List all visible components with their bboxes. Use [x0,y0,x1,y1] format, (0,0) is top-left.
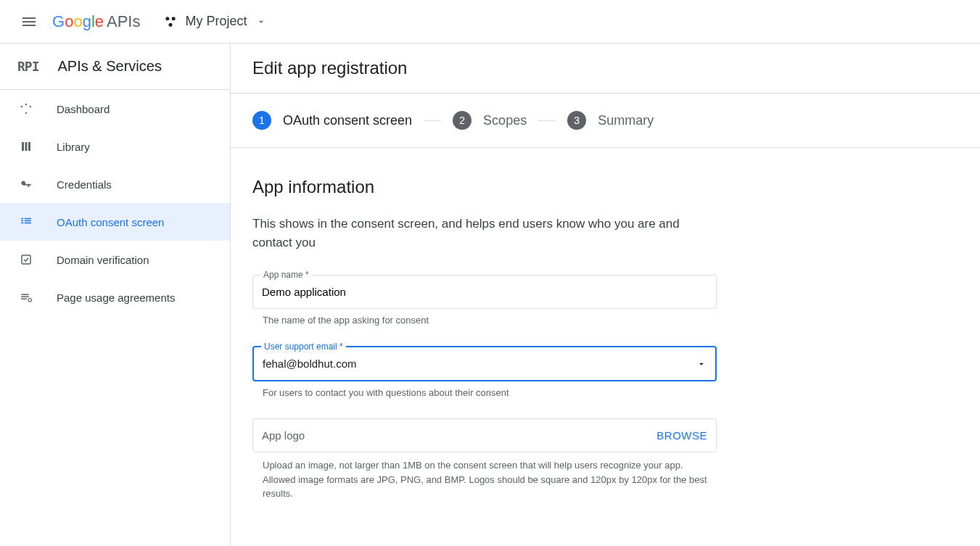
api-icon: RPI [17,59,39,74]
step-summary[interactable]: 3 Summary [567,111,654,130]
main-content: Edit app registration 1 OAuth consent sc… [231,44,980,546]
step-label: Summary [598,113,654,128]
app-logo-field[interactable]: App logo BROWSE [252,418,717,452]
app-name-field-group: App name * The name of the app asking fo… [252,275,717,326]
dropdown-icon [696,359,707,369]
page-title: Edit app registration [231,44,980,94]
svg-point-1 [172,17,176,20]
section-description: This shows in the consent screen, and he… [252,215,717,252]
step-number: 1 [252,111,271,130]
stepper: 1 OAuth consent screen 2 Scopes 3 Summar… [231,94,980,148]
consent-icon [17,213,35,231]
app-name-input[interactable] [253,276,716,308]
svg-point-2 [169,22,173,26]
hamburger-icon [20,13,38,30]
step-oauth-consent[interactable]: 1 OAuth consent screen [252,111,412,130]
browse-button[interactable]: BROWSE [656,429,707,442]
section-title: App information [252,177,958,197]
sidebar-item-domain-verification[interactable]: Domain verification [0,241,230,278]
top-header: GoogleAPIs My Project [0,0,980,44]
sidebar-item-label: Domain verification [57,254,149,266]
step-label: Scopes [483,113,527,128]
app-name-hint: The name of the app asking for consent [252,315,717,326]
sidebar-title: APIs & Services [58,58,162,75]
project-name: My Project [185,14,247,29]
sidebar-item-label: Credentials [57,178,112,191]
step-number: 3 [567,111,586,130]
sidebar-item-label: Dashboard [57,103,110,115]
sidebar-item-label: Page usage agreements [57,291,175,304]
app-logo-label: App logo [262,429,305,442]
project-icon [163,15,178,29]
sidebar-item-dashboard[interactable]: Dashboard [0,90,230,128]
svg-point-4 [28,299,32,302]
library-icon [17,138,35,155]
project-selector[interactable]: My Project [155,8,274,35]
app-name-field[interactable]: App name * [252,275,717,309]
app-logo-hint: Upload an image, not larger than 1MB on … [252,458,717,501]
step-label: OAuth consent screen [283,113,412,128]
support-email-hint: For users to contact you with questions … [252,387,717,398]
google-apis-logo[interactable]: GoogleAPIs [52,12,140,31]
app-name-label: App name * [260,270,312,280]
dropdown-icon [256,17,266,27]
support-email-select[interactable]: fehal@boldhut.com [254,347,715,380]
key-icon [17,175,35,193]
step-scopes[interactable]: 2 Scopes [453,111,527,130]
svg-point-0 [166,17,170,20]
svg-rect-3 [22,255,30,264]
support-email-field[interactable]: User support email * fehal@boldhut.com [252,346,717,381]
dashboard-icon [17,100,35,117]
menu-button[interactable] [12,4,46,39]
sidebar-item-credentials[interactable]: Credentials [0,165,230,203]
sidebar-item-label: OAuth consent screen [57,216,164,228]
support-email-label: User support email * [261,342,346,352]
sidebar-item-label: Library [57,141,90,153]
sidebar: RPI APIs & Services Dashboard Library Cr… [0,44,231,546]
settings-list-icon [17,289,35,306]
sidebar-item-page-usage[interactable]: Page usage agreements [0,278,230,316]
sidebar-header: RPI APIs & Services [0,44,230,90]
support-email-value: fehal@boldhut.com [263,357,356,370]
step-divider [538,120,556,121]
sidebar-item-library[interactable]: Library [0,128,230,165]
form-content: App information This shows in the consen… [231,148,980,530]
support-email-field-group: User support email * fehal@boldhut.com F… [252,346,717,398]
check-box-icon [17,251,35,268]
step-divider [424,120,441,121]
step-number: 2 [453,111,472,130]
sidebar-item-oauth-consent[interactable]: OAuth consent screen [0,203,230,241]
